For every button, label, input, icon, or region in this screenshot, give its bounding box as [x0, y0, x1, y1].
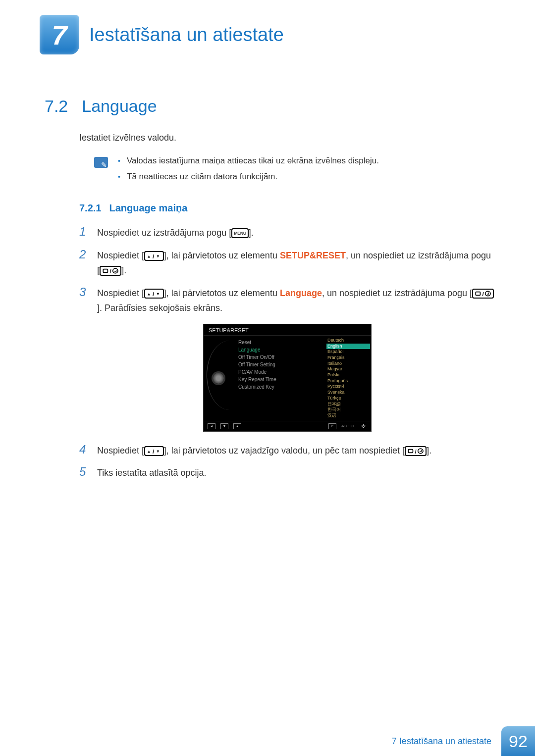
subsection-title: Language maiņa [109, 202, 187, 214]
osd-auto-label: AUTO [341, 424, 354, 428]
down-icon: ▾ [220, 423, 228, 429]
text-fragment: ], lai pārvietotos uz vajadzīgo valodu, … [164, 446, 405, 455]
step-text: Nospiediet [/], lai pārvietotos uz eleme… [97, 286, 495, 316]
svg-marker-6 [148, 293, 150, 296]
step-number: 4 [79, 443, 88, 456]
note-icon [94, 157, 108, 168]
steps-list: 1 Nospiediet uz izstrādājuma pogu [MENU]… [79, 225, 495, 481]
osd-lang-item: 日本語 [326, 402, 370, 407]
svg-marker-14 [157, 451, 160, 453]
step-text: Nospiediet uz izstrādājuma pogu [MENU]. [97, 225, 254, 241]
note-list: Valodas iestatījuma maiņa attiecas tikai… [118, 156, 379, 188]
osd-screenshot: SETUP&RESET Reset Language Off Timer On/… [79, 324, 495, 432]
step-2: 2 Nospiediet [/], lai pārvietotos uz ele… [79, 248, 495, 278]
section-heading: 7.2 Language [45, 97, 495, 116]
step-number: 3 [79, 285, 88, 299]
subsection-heading: 7.2.1 Language maiņa [79, 202, 495, 214]
svg-text:/: / [153, 448, 155, 454]
svg-rect-3 [103, 269, 107, 273]
svg-marker-12 [148, 451, 150, 453]
osd-lang-item: Русский [326, 384, 370, 390]
text-fragment: ]. Parādīsies sekojošais ekrāns. [97, 303, 222, 313]
enter-icon: ↵ [328, 423, 336, 429]
svg-text:/: / [153, 291, 155, 297]
svg-text:/: / [482, 291, 484, 297]
highlight-language: Language [280, 288, 322, 298]
text-fragment: ]. [249, 228, 254, 238]
note-block: Valodas iestatījuma maiņa attiecas tikai… [94, 156, 495, 188]
osd-lang-item: Deutsch [326, 338, 370, 344]
note-item: Valodas iestatījuma maiņa attiecas tikai… [118, 156, 379, 166]
step-1: 1 Nospiediet uz izstrādājuma pogu [MENU]… [79, 225, 495, 241]
text-fragment: Nospiediet [ [97, 251, 144, 260]
svg-rect-15 [408, 449, 413, 453]
footer-page-number: 92 [501, 726, 535, 756]
section-number: 7.2 [45, 97, 68, 116]
svg-text:/: / [110, 268, 112, 274]
osd-left-graphic [204, 336, 233, 421]
osd-menu-item-selected: Language [235, 346, 325, 353]
svg-marker-2 [157, 255, 160, 258]
back-icon: ◂ [208, 423, 215, 429]
highlight-setup-reset: SETUP&RESET [280, 251, 346, 260]
step-number: 5 [79, 465, 88, 479]
osd-menu-item: Key Repeat Time [235, 376, 325, 383]
chapter-header: 7 Iestatīšana un atiestate [40, 15, 495, 54]
step-text: Nospiediet [/], lai pārvietotos uz vajad… [97, 443, 431, 458]
power-icon: ⏻ [359, 423, 367, 429]
page-footer: 7 Iestatīšana un atiestate 92 [0, 726, 535, 756]
osd-menu-item: Customized Key [235, 383, 325, 391]
osd-lang-item: Svenska [326, 390, 370, 396]
chapter-title: Iestatīšana un atiestate [89, 24, 284, 46]
step-number: 1 [79, 225, 88, 239]
source-enter-button-icon: / [472, 289, 494, 299]
intro-text: Iestatiet izvēlnes valodu. [79, 133, 495, 143]
up-down-button-icon: / [144, 289, 164, 299]
osd-menu-list: Reset Language Off Timer On/Off Off Time… [233, 336, 325, 421]
text-fragment: ]. [121, 265, 126, 275]
text-fragment: ]. [427, 446, 431, 455]
osd-nav-left-group: ◂ ▾ ▴ [208, 423, 241, 429]
osd-menu-item: Off Timer Setting [235, 361, 325, 368]
osd-body: Reset Language Off Timer On/Off Off Time… [204, 336, 371, 421]
footer-chapter-label: 7 Iestatīšana un atiestate [392, 736, 491, 747]
step-4: 4 Nospiediet [/], lai pārvietotos uz vaj… [79, 443, 495, 458]
osd-lang-item: Türkçe [326, 396, 370, 402]
chapter-number-badge: 7 [40, 15, 79, 54]
osd-title: SETUP&RESET [204, 324, 371, 336]
text-fragment: Nospiediet [ [97, 446, 144, 455]
osd-lang-item: Polski [326, 372, 370, 378]
svg-text:/: / [415, 448, 417, 454]
text-fragment: ], lai pārvietotos uz elementu [164, 288, 280, 298]
svg-rect-17 [418, 449, 423, 453]
osd-lang-item: 汉语 [326, 413, 370, 419]
subsection-number: 7.2.1 [79, 202, 101, 214]
text-fragment: , un nospiediet uz izstrādājuma pogu [ [322, 288, 472, 298]
osd-menu-item: Off Timer On/Off [235, 353, 325, 361]
osd-nav-right-group: ↵ AUTO ⏻ [328, 423, 367, 429]
source-enter-button-icon: / [100, 266, 121, 276]
step-number: 2 [79, 248, 88, 261]
svg-rect-9 [476, 292, 480, 296]
text-fragment: ], lai pārvietotos uz elementu [164, 251, 280, 260]
osd-language-list: Deutsch English Español Français Italian… [325, 336, 371, 421]
text-fragment: Nospiediet uz izstrādājuma pogu [ [97, 228, 231, 238]
osd-lang-item: Français [326, 355, 370, 361]
osd-panel: SETUP&RESET Reset Language Off Timer On/… [203, 324, 372, 432]
text-fragment: Nospiediet [ [97, 288, 144, 298]
svg-text:/: / [153, 253, 155, 259]
svg-marker-8 [157, 293, 160, 296]
up-down-button-icon: / [144, 446, 164, 456]
osd-lang-item: 한국어 [326, 407, 370, 413]
step-text: Nospiediet [/], lai pārvietotos uz eleme… [97, 248, 495, 278]
source-enter-button-icon: / [405, 446, 427, 456]
osd-lang-item-selected: English [326, 344, 370, 350]
note-item: Tā neattiecas uz citām datora funkcijām. [118, 172, 379, 182]
step-3: 3 Nospiediet [/], lai pārvietotos uz ele… [79, 285, 495, 316]
svg-rect-11 [485, 291, 490, 296]
osd-lang-item: Português [326, 378, 370, 384]
document-page: 7 Iestatīšana un atiestate 7.2 Language … [0, 0, 535, 756]
step-text: Tiks iestatīta atlasītā opcija. [97, 465, 206, 481]
osd-menu-item: Reset [235, 339, 325, 346]
section-title: Language [82, 97, 157, 116]
